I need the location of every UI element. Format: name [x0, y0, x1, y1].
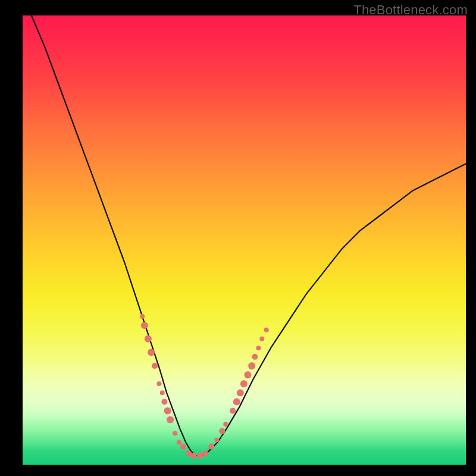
highlighted-point — [244, 371, 251, 378]
highlighted-point — [237, 389, 244, 396]
highlighted-point — [202, 450, 208, 456]
highlighted-point — [264, 328, 269, 333]
highlighted-point — [177, 440, 181, 444]
highlighted-point — [256, 346, 261, 350]
plot-area — [23, 15, 466, 465]
highlighted-point — [140, 314, 145, 319]
highlighted-point — [173, 431, 177, 436]
highlighted-point — [208, 444, 214, 450]
highlighted-point — [197, 453, 203, 459]
highlighted-point — [167, 416, 174, 424]
highlighted-point — [191, 453, 197, 459]
highlighted-point — [180, 444, 186, 450]
chart-frame: TheBottleneck.com — [0, 0, 476, 476]
highlighted-point — [214, 437, 219, 442]
highlighted-point — [164, 407, 171, 414]
highlighted-point — [240, 380, 248, 387]
highlighted-point — [252, 354, 258, 360]
highlighted-point — [141, 322, 148, 329]
chart-svg — [23, 15, 466, 465]
highlighted-point — [145, 336, 152, 343]
highlighted-point — [152, 363, 158, 369]
highlighted-point — [148, 349, 155, 356]
highlighted-point — [156, 381, 161, 386]
highlighted-point — [248, 362, 255, 369]
highlighted-point — [219, 428, 225, 434]
highlighted-point — [259, 337, 264, 342]
highlighted-point — [230, 408, 236, 414]
bottleneck-curve — [32, 15, 466, 456]
highlighted-point — [233, 398, 240, 405]
highlighted-point — [223, 422, 228, 427]
highlighted-point — [160, 390, 165, 395]
highlighted-point — [161, 399, 167, 405]
